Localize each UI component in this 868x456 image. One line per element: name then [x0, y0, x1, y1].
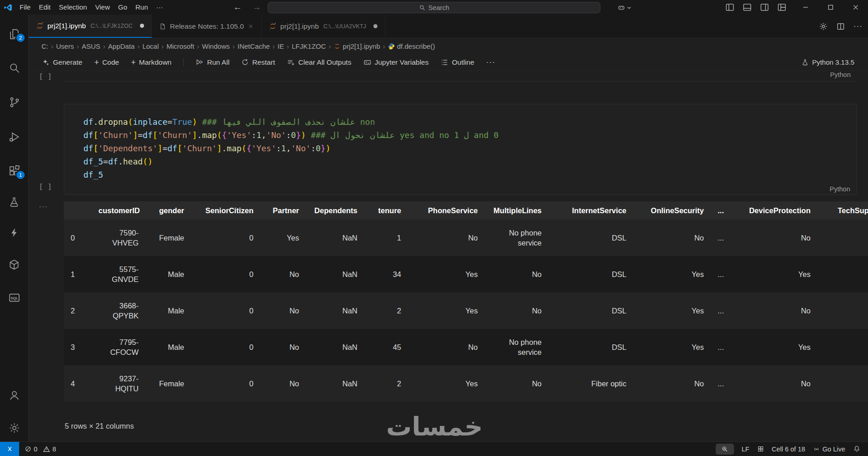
breadcrumb-item[interactable]: df.describe() — [388, 42, 435, 50]
df-cell: 45 — [363, 329, 407, 365]
zoom-indicator[interactable] — [716, 444, 734, 455]
close-tab-icon[interactable] — [248, 23, 254, 30]
more-actions-icon[interactable]: ··· — [853, 22, 863, 31]
activity-sqltools[interactable]: SQL — [0, 291, 28, 304]
breadcrumb-item[interactable]: LFJK1ZOC — [292, 42, 326, 50]
tab-release-notes[interactable]: Release Notes: 1.105.0 — [152, 15, 262, 38]
cell-language[interactable]: Python — [830, 185, 850, 193]
history-back-icon[interactable]: ← — [231, 0, 244, 15]
close-button[interactable] — [843, 0, 868, 15]
maximize-button[interactable] — [818, 0, 843, 15]
df-cell — [816, 220, 868, 256]
menu-file[interactable]: File — [16, 0, 35, 15]
df-cell: 1 — [363, 220, 407, 256]
breadcrumb-separator-icon: › — [102, 42, 106, 50]
code-line: df.dropna(inplace=True) ### علشان نحذف ا… — [83, 115, 851, 128]
menu-edit[interactable]: Edit — [35, 0, 55, 15]
clear-outputs-button[interactable]: Clear All Outputs — [287, 58, 351, 67]
df-column-header: customerID — [93, 201, 144, 220]
df-row: 37795-CFOCWMale0NoNaN45NoNo phone servic… — [64, 329, 868, 365]
split-editor-icon[interactable] — [836, 22, 845, 31]
df-cell: No — [407, 220, 483, 256]
cube-icon — [8, 259, 20, 271]
tab-notebook-active[interactable]: prj2[1].ipynb C:\...\LFJK1ZOC — [29, 15, 152, 38]
breadcrumb-separator-icon: › — [136, 42, 140, 50]
remote-indicator[interactable] — [0, 442, 19, 456]
history-forward-icon[interactable]: → — [250, 0, 264, 15]
outline-icon — [440, 58, 449, 67]
activity-search[interactable] — [0, 61, 28, 75]
menu-view[interactable]: View — [91, 0, 114, 15]
generate-button[interactable]: Generate — [41, 58, 83, 67]
tab-title: Release Notes: 1.105.0 — [170, 22, 244, 31]
code-line: df_5 — [83, 168, 851, 181]
vscode-window: FileEditSelectionViewGoRun··· ← → Search — [0, 0, 868, 456]
activity-containers[interactable] — [0, 258, 28, 272]
eol-indicator[interactable]: LF — [742, 446, 749, 453]
add-markdown-button[interactable]: +Markdown — [131, 58, 171, 67]
breadcrumb-item[interactable]: ASUS — [82, 42, 100, 50]
breadcrumb[interactable]: C:›Users›ASUS›AppData›Local›Microsoft›Wi… — [29, 38, 868, 54]
activity-explorer[interactable]: 2 — [0, 27, 28, 41]
search-command-center[interactable]: Search — [268, 2, 600, 13]
cell-position-indicator[interactable]: Cell 6 of 18 — [772, 446, 805, 453]
menu-go[interactable]: Go — [114, 0, 131, 15]
menu-selection[interactable]: Selection — [55, 0, 91, 15]
df-cell: 0 — [190, 292, 259, 329]
modified-dot-icon[interactable] — [373, 24, 377, 28]
kernel-picker[interactable]: Python 3.13.5 — [801, 58, 854, 66]
activity-settings[interactable] — [0, 421, 28, 435]
customize-layout-icon[interactable] — [777, 2, 787, 12]
menu-more[interactable]: ··· — [152, 0, 167, 15]
notebook-toolbar: Generate +Code +Markdown Run All Restart… — [29, 54, 868, 71]
df-cell: 7795-CFOCW — [93, 329, 144, 365]
df-column-header: TechSupport — [816, 201, 868, 220]
add-code-button[interactable]: +Code — [94, 58, 119, 67]
toggle-sidebar-icon[interactable] — [725, 2, 735, 12]
notifications-bell[interactable] — [853, 445, 861, 453]
toggle-secondary-sidebar-icon[interactable] — [760, 2, 770, 12]
df-cell: No — [483, 292, 547, 329]
breadcrumb-item[interactable]: IE — [278, 42, 284, 50]
run-all-button[interactable]: Run All — [196, 58, 229, 67]
activity-testing[interactable] — [0, 195, 28, 209]
breadcrumb-item[interactable]: Local — [142, 42, 159, 50]
jupyter-variables-button[interactable]: Jupyter Variables — [363, 58, 429, 67]
toolbar-more-icon[interactable]: ··· — [486, 58, 495, 67]
problems-indicator[interactable]: 0 8 — [25, 446, 56, 453]
breadcrumb-item[interactable]: Users — [56, 42, 74, 50]
notebook-settings-gear-icon[interactable] — [819, 22, 828, 31]
breadcrumb-item[interactable]: Microsoft — [166, 42, 194, 50]
breadcrumb-item[interactable]: AppData — [108, 42, 134, 50]
df-cell: 2 — [363, 365, 407, 402]
copilot-button[interactable] — [615, 2, 634, 13]
menu-run[interactable]: Run — [131, 0, 152, 15]
minimize-button[interactable] — [793, 0, 818, 15]
activity-source-control[interactable] — [0, 95, 28, 109]
breadcrumb-item[interactable]: INetCache — [238, 42, 270, 50]
activity-run-debug[interactable] — [0, 130, 28, 143]
activity-account[interactable] — [0, 388, 28, 402]
activity-thunder-client[interactable] — [0, 226, 28, 240]
df-cell: No — [483, 256, 547, 292]
modified-dot-icon[interactable] — [140, 24, 144, 28]
breadcrumb-item[interactable]: Windows — [202, 42, 230, 50]
breadcrumb-item[interactable]: C: — [41, 42, 48, 50]
df-row-index: 2 — [64, 292, 93, 329]
activity-extensions[interactable]: 1 — [0, 164, 28, 178]
prev-cell-language[interactable]: Python — [830, 71, 851, 78]
layout-grid-indicator[interactable] — [757, 446, 764, 452]
menu-bar: FileEditSelectionViewGoRun··· — [16, 0, 167, 15]
outline-button[interactable]: Outline — [440, 58, 474, 67]
restart-button[interactable]: Restart — [241, 58, 275, 67]
tab-notebook-2[interactable]: prj2[1].ipynb C:\...\UUA2VKTJ — [262, 15, 385, 38]
df-cell: No phone service — [483, 220, 547, 256]
breadcrumb-separator-icon: › — [196, 42, 200, 50]
breadcrumb-item[interactable]: prj2[1].ipynb — [334, 42, 380, 50]
go-live-button[interactable]: Go Live — [813, 446, 845, 453]
df-column-header: Partner — [259, 201, 305, 220]
toggle-panel-icon[interactable] — [742, 2, 752, 12]
chevron-down-icon — [627, 5, 631, 10]
code-editor-lines[interactable]: df.dropna(inplace=True) ### علشان نحذف ا… — [83, 115, 851, 181]
output-more-icon[interactable]: ··· — [39, 202, 48, 211]
